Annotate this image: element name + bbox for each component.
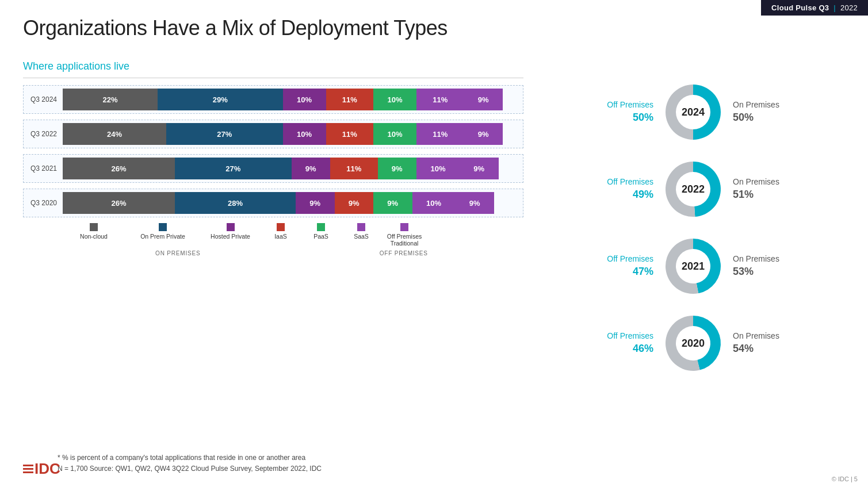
bar-segment-iaas: 11% [326, 89, 374, 110]
legend-label: PaaS [313, 233, 328, 240]
bar-segment-iaas: 9% [335, 192, 374, 214]
bar-segment-paas: 10% [373, 123, 416, 145]
donut-row: Off Premises49%2022On Premises51% [541, 158, 846, 221]
bar-segment-paas: 9% [378, 158, 417, 179]
donut-label-left: Off Premises47% [587, 254, 661, 279]
bar-segment-hosted: 10% [283, 123, 326, 145]
donut-row: Off Premises50%2024On Premises50% [541, 80, 846, 144]
legend-item: SaaS [341, 223, 381, 240]
copyright: © IDC | 5 [832, 476, 858, 482]
row-label: Q3 2020 [24, 199, 63, 207]
idc-lines-icon [23, 464, 33, 474]
footnote-line2: N = 1,700 Source: QW1, QW2, QW4 3Q22 Clo… [58, 463, 322, 474]
bar-row-wrap: Q3 202224%27%10%11%10%11%9% [23, 120, 523, 148]
legend-label: Non-cloud [80, 233, 108, 240]
bar-segment-offprem: 9% [456, 192, 495, 214]
legend-item: Hosted Private [200, 223, 261, 240]
bar-segment-paas: 9% [373, 192, 412, 214]
bar-row-wrap: Q3 202126%27%9%11%9%10%9% [23, 154, 523, 183]
bar-segment-noncloud: 26% [63, 192, 175, 214]
row-label: Q3 2021 [24, 164, 63, 172]
bar-segment-offprem: 9% [460, 158, 499, 179]
bar-segment-saas: 11% [416, 123, 464, 145]
legend-label: IaaS [274, 233, 287, 240]
donut-year: 2022 [682, 183, 705, 195]
donut-label-left: Off Premises46% [587, 331, 661, 356]
bar-segment-noncloud: 24% [63, 123, 166, 145]
donut-label-right: On Premises53% [725, 254, 800, 279]
donut-container: 2021 [661, 235, 725, 298]
legend-item: Off Premises Traditional [381, 223, 427, 247]
donut-row: Off Premises46%2020On Premises54% [541, 312, 846, 375]
bar-row: Q3 202026%28%9%9%9%10%9% [24, 192, 523, 214]
subtitle-rule [23, 78, 523, 78]
legend-label: Hosted Private [211, 233, 250, 240]
header-bar: Cloud Pulse Q3 | 2022 [761, 0, 868, 16]
bar-row-wrap: Q3 202422%29%10%11%10%11%9% [23, 85, 523, 114]
idc-logo: IDC [23, 460, 60, 478]
legend-swatch [277, 223, 285, 231]
legend-item: On Prem Private [125, 223, 200, 240]
header-brand: Cloud Pulse Q3 [771, 3, 829, 12]
legend-item: PaaS [301, 223, 341, 240]
bar-row: Q3 202422%29%10%11%10%11%9% [24, 89, 523, 110]
bar-row: Q3 202126%27%9%11%9%10%9% [24, 158, 523, 179]
header-pipe: | [831, 3, 838, 12]
donut-label-right: On Premises51% [725, 177, 800, 202]
legend-item: Non-cloud [62, 223, 125, 240]
bar-segment-onprem: 29% [158, 89, 283, 110]
bar-segment-noncloud: 22% [63, 89, 158, 110]
bar-segment-iaas: 11% [326, 123, 374, 145]
donut-year: 2024 [682, 106, 705, 118]
bar-row: Q3 202224%27%10%11%10%11%9% [24, 123, 523, 145]
donut-container: 2024 [661, 80, 725, 144]
donut-container: 2022 [661, 158, 725, 221]
bar-row-wrap: Q3 202026%28%9%9%9%10%9% [23, 189, 523, 217]
page-title: Organizations Have a Mix of Deployment T… [23, 16, 448, 40]
bar-segment-onprem: 27% [175, 158, 292, 179]
donut-label-left: Off Premises50% [587, 99, 661, 125]
donut-row: Off Premises47%2021On Premises53% [541, 235, 846, 298]
bar-segment-offprem: 9% [464, 123, 503, 145]
bar-segment-saas: 10% [416, 158, 460, 179]
legend-swatch [317, 223, 325, 231]
legend-swatch [400, 223, 408, 231]
row-label: Q3 2022 [24, 130, 63, 138]
legend-area: Non-cloudOn Prem PrivateHosted PrivateIa… [62, 223, 523, 247]
legend-item: IaaS [261, 223, 301, 240]
legend-swatch [159, 223, 167, 231]
donut-year: 2020 [682, 338, 705, 350]
bar-segment-hosted: 10% [283, 89, 326, 110]
premises-labels: ON PREMISESOFF PREMISES [62, 250, 523, 256]
bar-segment-hosted: 9% [292, 158, 331, 179]
footnote-line1: * % is percent of a company's total appl… [58, 453, 322, 463]
legend-swatch [227, 223, 235, 231]
premises-label: ON PREMISES [62, 250, 294, 256]
donut-label-right: On Premises54% [725, 331, 800, 356]
bar-segment-noncloud: 26% [63, 158, 175, 179]
bar-segment-saas: 11% [416, 89, 464, 110]
legend-swatch [357, 223, 365, 231]
donut-year: 2021 [682, 260, 705, 273]
bar-segment-onprem: 28% [175, 192, 296, 214]
legend-label: On Prem Private [140, 233, 185, 240]
row-label: Q3 2024 [24, 95, 63, 103]
bar-segment-offprem: 9% [464, 89, 503, 110]
bar-segment-saas: 10% [412, 192, 456, 214]
donuts-area: Off Premises50%2024On Premises50%Off Pre… [541, 80, 846, 389]
section-subtitle: Where applications live [23, 60, 129, 72]
footnote: * % is percent of a company's total appl… [58, 453, 322, 474]
header-year: 2022 [840, 3, 858, 12]
bar-segment-hosted: 9% [296, 192, 335, 214]
bar-segment-paas: 10% [373, 89, 416, 110]
bar-chart: Q3 202422%29%10%11%10%11%9%Q3 202224%27%… [23, 85, 523, 256]
legend-swatch [90, 223, 98, 231]
donut-label-left: Off Premises49% [587, 177, 661, 202]
bar-segment-iaas: 11% [330, 158, 378, 179]
donut-container: 2020 [661, 312, 725, 375]
donut-label-right: On Premises50% [725, 99, 800, 125]
legend-label: SaaS [354, 233, 369, 240]
bar-segment-onprem: 27% [166, 123, 283, 145]
premises-label: OFF PREMISES [294, 250, 514, 256]
legend-label: Off Premises Traditional [381, 233, 427, 247]
